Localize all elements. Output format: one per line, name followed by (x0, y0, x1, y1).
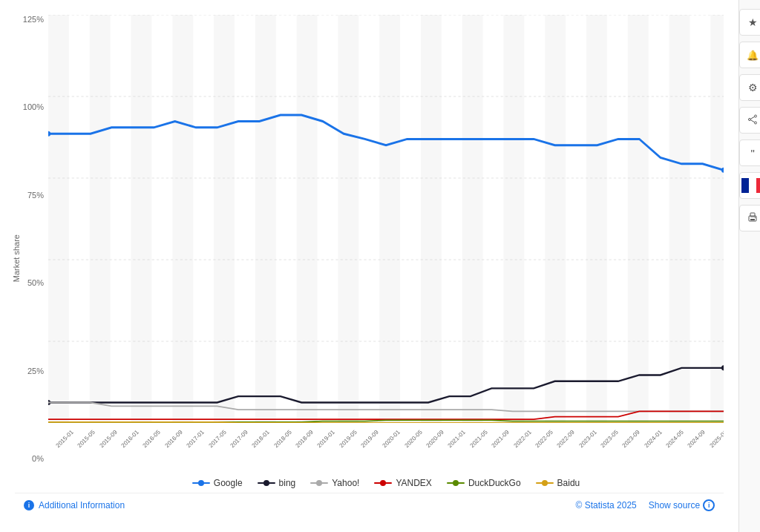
quote-button[interactable]: " (739, 139, 760, 166)
share-icon (747, 114, 758, 127)
share-button[interactable] (739, 107, 760, 134)
legend-google: Google (192, 478, 243, 488)
y-label-100: 100% (15, 102, 48, 111)
flag-button[interactable] (739, 172, 760, 199)
chart-main: 2015-01 2015-05 2015-09 2016-01 2016-05 … (48, 15, 724, 493)
svg-line-17 (751, 119, 755, 122)
main-container: Market share 125% 100% 75% 50% 25% 0% (0, 0, 760, 532)
footer: i Additional Information © Statista 2025… (15, 493, 724, 517)
star-icon: ★ (748, 16, 758, 28)
legend-baidu: Baidu (536, 478, 580, 488)
chart-wrapper: Market share 125% 100% 75% 50% 25% 0% (15, 15, 724, 493)
y-label-25: 25% (15, 367, 48, 375)
additional-info-label: Additional Information (39, 500, 125, 510)
additional-info-link[interactable]: i Additional Information (24, 500, 125, 510)
legend-yandex: YANDEX (374, 478, 431, 488)
x-axis: 2015-01 2015-05 2015-09 2016-01 2016-05 … (48, 426, 724, 464)
y-axis-title: Market share (12, 234, 21, 282)
bell-icon: 🔔 (747, 50, 759, 61)
legend: Google bing Yahoo! (48, 473, 724, 493)
gear-icon: ⚙ (748, 82, 758, 93)
chart-svg-container (48, 15, 724, 423)
svg-rect-20 (750, 219, 755, 220)
sidebar: ★ 🔔 ⚙ " (738, 0, 760, 532)
show-source-button[interactable]: Show source i (649, 499, 715, 511)
print-button[interactable] (739, 205, 760, 231)
star-button[interactable]: ★ (739, 9, 760, 36)
svg-line-16 (751, 116, 755, 119)
legend-bing: bing (258, 478, 296, 488)
svg-rect-2 (48, 15, 724, 423)
flag-france-icon (741, 178, 760, 193)
chart-area: Market share 125% 100% 75% 50% 25% 0% (0, 0, 738, 532)
y-label-75: 75% (15, 191, 48, 200)
legend-baidu-label: Baidu (557, 478, 580, 488)
svg-point-21 (755, 217, 756, 218)
svg-point-15 (749, 118, 751, 120)
legend-duckduckgo: DuckDuckGo (447, 478, 521, 488)
legend-yahoo-label: Yahoo! (332, 478, 359, 488)
statista-copyright: © Statista 2025 (576, 500, 637, 510)
svg-point-13 (755, 115, 757, 117)
print-icon (747, 212, 758, 225)
legend-google-label: Google (214, 478, 243, 488)
y-label-125: 125% (15, 15, 48, 24)
info-icon: i (24, 500, 34, 510)
settings-button[interactable]: ⚙ (739, 74, 760, 101)
footer-right: © Statista 2025 Show source i (576, 499, 715, 511)
y-label-0: 0% (15, 454, 48, 463)
show-source-info-icon: i (703, 499, 715, 511)
y-axis: Market share 125% 100% 75% 50% 25% 0% (15, 15, 48, 493)
legend-yandex-label: YANDEX (396, 478, 431, 488)
bell-button[interactable]: 🔔 (739, 42, 760, 68)
legend-yahoo: Yahoo! (310, 478, 359, 488)
quote-icon: " (750, 147, 754, 160)
legend-bing-label: bing (279, 478, 296, 488)
legend-duckduckgo-label: DuckDuckGo (468, 478, 521, 488)
show-source-label: Show source (649, 500, 700, 510)
svg-point-14 (755, 122, 757, 124)
